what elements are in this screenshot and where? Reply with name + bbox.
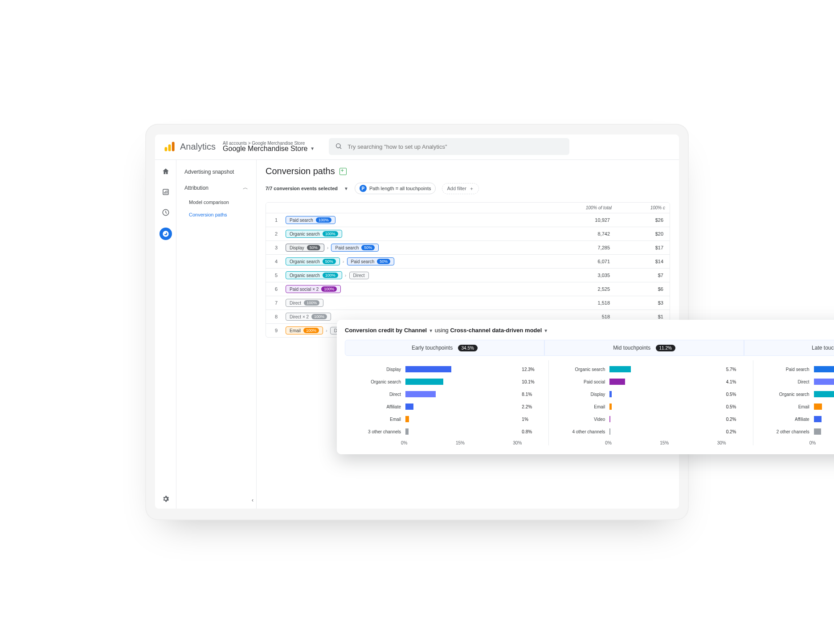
axis-tick: 0% (605, 440, 611, 445)
touchpoint-charts: Display12.3%Organic search10.1%Direct8.1… (345, 360, 834, 445)
sidenav-item-model-comparison[interactable]: Model comparison (176, 196, 256, 208)
table-row[interactable]: 6Paid social × 2100%2,525$6 (266, 282, 670, 296)
chevron-right-icon: › (343, 259, 344, 264)
bar-track (405, 366, 517, 372)
bar-fill (405, 379, 443, 385)
chevron-right-icon: › (326, 328, 327, 333)
rail-home[interactable] (160, 166, 171, 177)
model-picker[interactable]: Cross-channel data-driven model▼ (450, 327, 548, 334)
search-icon (335, 143, 342, 151)
chip-label: Paid search (351, 259, 375, 264)
axis-tick: 30% (513, 440, 522, 445)
table-row[interactable]: 1Paid search100%10,927$26 (266, 213, 670, 227)
nav-rail (155, 160, 176, 509)
sidenav-item-conversion-paths[interactable]: Conversion paths (176, 208, 256, 221)
bar-fill (814, 428, 822, 435)
row-revenue: $3 (616, 297, 670, 309)
bar-label: Paid search (760, 367, 809, 372)
table-row[interactable]: 5Organic search100%›Direct3,035$7 (266, 269, 670, 282)
row-revenue: $7 (616, 269, 670, 281)
row-path: Organic search100% (282, 227, 545, 240)
row-conversions: 8,742 (545, 228, 616, 240)
popout-title: Conversion credit by Channel▼ using Cros… (345, 327, 834, 334)
path-length-chip[interactable]: P Path length = all touchpoints (355, 183, 436, 194)
bar-value: 1% (522, 417, 541, 422)
channel-chip-paid-search: Paid search50% (331, 244, 379, 252)
bar-track (814, 428, 834, 435)
path-length-label: Path length = all touchpoints (369, 186, 431, 191)
bar-label: Affiliate (760, 417, 809, 422)
bar-track (814, 366, 834, 372)
row-path: Display50%›Paid search50% (282, 241, 545, 254)
topbar: Analytics All accounts > Google Merchand… (155, 135, 679, 160)
page-title: Conversion paths (266, 166, 335, 176)
channel-chip-paid-search: Paid search50% (347, 257, 395, 265)
sidenav-section-attribution[interactable]: Attribution ︿ (176, 179, 256, 196)
bar-row: 2 other channels2% (760, 425, 834, 438)
channel-chip-display: Display50% (286, 244, 324, 252)
row-revenue: $14 (616, 255, 670, 268)
page-header: Conversion paths (266, 166, 670, 176)
bar-value: 2.2% (522, 404, 541, 409)
search-input-container[interactable] (329, 138, 569, 155)
bar-label: Paid social (556, 379, 605, 384)
bar-row: Organic search5.7% (556, 363, 745, 375)
row-index: 3 (266, 241, 282, 254)
tab-late-touchpoints[interactable]: Late touchpoints 54.3% (744, 340, 834, 356)
row-index: 8 (266, 310, 282, 323)
table-row[interactable]: 7Direct100%1,518$3 (266, 296, 670, 310)
bar-value: 0.2% (726, 417, 746, 422)
chevron-right-icon: › (345, 273, 347, 278)
bar-fill (609, 379, 625, 385)
bar-track (814, 391, 834, 397)
row-revenue: $26 (616, 214, 670, 226)
chip-percent: 100% (316, 217, 331, 223)
chip-label: Email (290, 328, 301, 333)
sidenav-item-snapshot[interactable]: Advertising snapshot (176, 164, 256, 179)
table-row[interactable]: 3Display50%›Paid search50%7,285$17 (266, 241, 670, 255)
bar-label: Direct (352, 392, 401, 397)
table-row[interactable]: 2Organic search100%8,742$20 (266, 227, 670, 241)
chip-label: Organic search (290, 232, 320, 236)
rail-explore[interactable] (160, 207, 171, 218)
row-revenue: $6 (616, 283, 670, 295)
chip-label: Direct (353, 273, 365, 278)
svg-rect-2 (172, 142, 175, 151)
rail-reports[interactable] (160, 187, 171, 197)
row-index: 5 (266, 269, 282, 281)
app-logo[interactable]: Analytics (163, 140, 216, 153)
dimension-picker[interactable]: Channel▼ (404, 327, 433, 334)
search-input[interactable] (347, 143, 563, 151)
svg-point-3 (336, 143, 340, 147)
tab-pct-badge: 34.5% (458, 345, 478, 351)
row-conversions: 1,518 (545, 297, 616, 309)
tab-mid-touchpoints[interactable]: Mid touchpoints 11.2% (544, 340, 744, 356)
bar-row: Affiliate2.1% (760, 413, 834, 425)
add-filter-button[interactable]: Add filter ＋ (442, 183, 478, 194)
table-row[interactable]: 4Organic search50%›Paid search50%6,071$1… (266, 255, 670, 269)
conversion-events-selector[interactable]: 7/7 conversion events selected (266, 186, 338, 191)
bar-fill (405, 366, 451, 372)
chip-percent: 100% (323, 231, 338, 236)
row-path: Paid social × 2100% (282, 282, 545, 296)
bar-label: 3 other channels (352, 429, 401, 434)
row-path: Paid search100% (282, 213, 545, 227)
bar-label: Display (352, 367, 401, 372)
tab-early-touchpoints[interactable]: Early touchpoints 34.5% (345, 340, 544, 356)
document-plus-icon[interactable] (339, 168, 347, 175)
rail-settings[interactable] (160, 498, 171, 509)
row-index: 1 (266, 214, 282, 226)
svg-rect-6 (164, 192, 165, 194)
bar-row: Email0.5% (556, 400, 745, 413)
row-index: 9 (266, 324, 282, 337)
chip-label: Organic search (290, 273, 320, 278)
rail-advertising[interactable] (159, 228, 172, 240)
bar-label: Email (352, 417, 401, 422)
bar-fill (405, 391, 436, 397)
sidenav-collapse[interactable]: ‹ (252, 497, 253, 503)
bar-fill (405, 404, 413, 410)
channel-chip-direct: Direct × 2100% (286, 313, 331, 321)
chip-label: Paid social × 2 (290, 287, 319, 292)
property-picker[interactable]: All accounts > Google Merchandise Store … (223, 141, 315, 153)
bar-row: Email1% (352, 413, 541, 425)
